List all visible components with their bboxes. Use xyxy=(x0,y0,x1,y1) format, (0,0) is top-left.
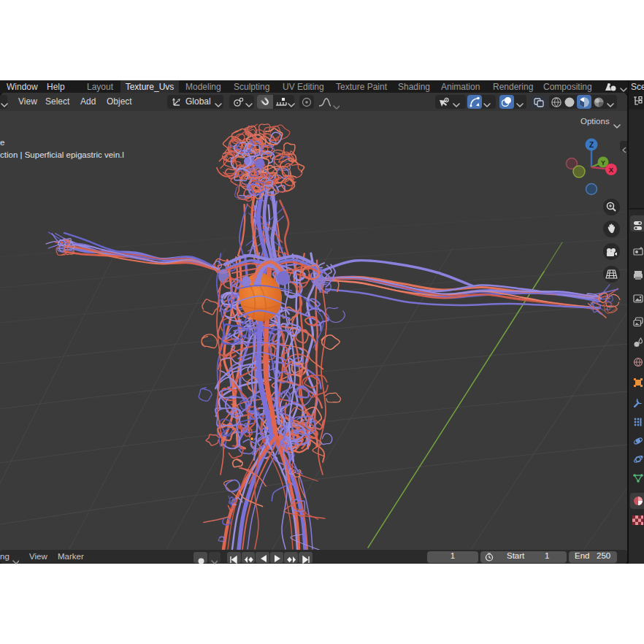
svg-text:X: X xyxy=(609,166,614,174)
svg-text:Y: Y xyxy=(601,159,605,166)
svg-text:Z: Z xyxy=(589,141,594,149)
